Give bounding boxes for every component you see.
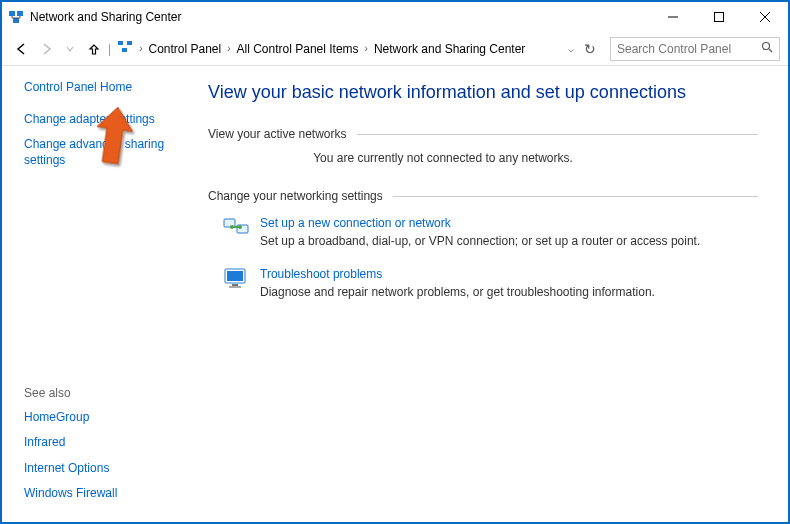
svg-rect-17 [227,271,243,281]
content-area: View your basic network information and … [202,66,788,522]
troubleshoot-item: Troubleshoot problems Diagnose and repai… [222,264,758,299]
search-box[interactable] [610,37,780,61]
setup-connection-item: Set up a new connection or network Set u… [222,213,758,248]
svg-rect-18 [232,284,238,286]
refresh-button[interactable]: ↻ [580,41,600,57]
svg-rect-19 [229,286,241,288]
no-network-message: You are currently not connected to any n… [208,151,758,165]
svg-rect-9 [122,48,127,52]
see-also-windows-firewall[interactable]: Windows Firewall [24,486,192,502]
active-networks-label: View your active networks [208,127,347,141]
svg-line-11 [769,49,772,52]
history-dropdown[interactable] [58,37,82,61]
window-title: Network and Sharing Center [30,10,650,24]
setup-connection-link[interactable]: Set up a new connection or network [260,216,451,230]
breadcrumb-all-items[interactable]: All Control Panel Items [233,40,363,58]
maximize-button[interactable] [696,2,742,32]
svg-rect-4 [715,13,724,22]
title-bar: Network and Sharing Center [2,2,788,32]
divider [357,134,758,135]
chevron-right-icon: › [227,43,230,54]
sidebar: Control Panel Home Change adapter settin… [2,66,202,522]
svg-point-15 [238,225,242,229]
change-advanced-sharing-link[interactable]: Change advanced sharing settings [24,137,192,168]
see-also-label: See also [24,386,192,400]
search-icon[interactable] [761,41,773,56]
see-also-homegroup[interactable]: HomeGroup [24,410,192,426]
svg-rect-0 [9,11,15,16]
see-also-internet-options[interactable]: Internet Options [24,461,192,477]
networking-settings-label: Change your networking settings [208,189,383,203]
minimize-button[interactable] [650,2,696,32]
search-input[interactable] [617,42,773,56]
chevron-right-icon: › [139,43,142,54]
breadcrumb-control-panel[interactable]: Control Panel [144,40,225,58]
svg-rect-1 [17,11,23,16]
networking-settings-section: Change your networking settings [208,189,758,203]
svg-point-10 [763,43,770,50]
window-controls [650,2,788,32]
location-icon [117,39,133,59]
troubleshoot-desc: Diagnose and repair network problems, or… [260,285,655,299]
active-networks-section: View your active networks [208,127,758,141]
page-heading: View your basic network information and … [208,82,758,103]
address-bar: | › Control Panel › All Control Panel It… [2,32,788,66]
forward-button[interactable] [34,37,58,61]
up-button[interactable] [82,37,106,61]
control-panel-home-link[interactable]: Control Panel Home [24,80,192,96]
setup-connection-desc: Set up a broadband, dial-up, or VPN conn… [260,234,700,248]
troubleshoot-icon [222,264,250,292]
svg-point-14 [230,225,234,229]
chevron-right-icon: › [365,43,368,54]
close-button[interactable] [742,2,788,32]
back-button[interactable] [10,37,34,61]
svg-rect-7 [118,41,123,45]
svg-rect-8 [127,41,132,45]
address-dropdown[interactable]: ⌵ [568,43,574,54]
change-adapter-settings-link[interactable]: Change adapter settings [24,112,192,128]
setup-connection-icon [222,213,250,241]
divider [393,196,758,197]
troubleshoot-link[interactable]: Troubleshoot problems [260,267,382,281]
breadcrumb-network-sharing[interactable]: Network and Sharing Center [370,40,529,58]
network-center-icon [8,9,24,25]
see-also-infrared[interactable]: Infrared [24,435,192,451]
